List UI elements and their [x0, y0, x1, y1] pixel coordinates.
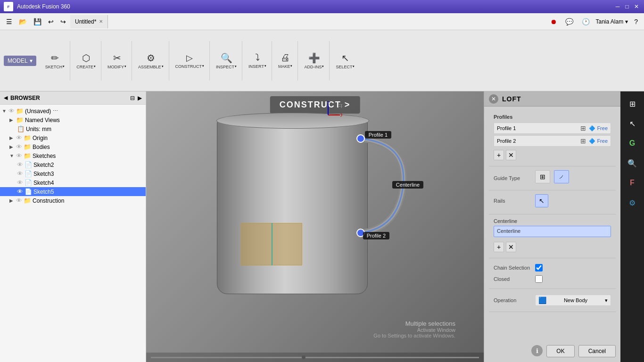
chat-button[interactable]: 💬: [563, 16, 576, 27]
tree-construction[interactable]: ▶ 👁 📁 Construction: [0, 196, 146, 205]
make-button[interactable]: 🖨 MAKE ▾: [276, 51, 295, 70]
chrome-g-icon[interactable]: G: [624, 135, 641, 152]
construct-button[interactable]: ▷ CONSTRUCT ▾: [173, 51, 207, 70]
sketch2-icon: 📄: [25, 161, 32, 168]
tree-sketches[interactable]: ▼ 👁 📁 Sketches: [0, 151, 146, 160]
sidebar: ◀ BROWSER ⊟ ▶ ▼ 👁 📁 (Unsaved) ⋯ ▶ 📁 Name…: [0, 91, 146, 362]
profile2-row[interactable]: Profile 2 ⊞ 🔷 Free: [494, 135, 611, 147]
mug-center-line: [272, 223, 272, 265]
maximize-button[interactable]: □: [623, 3, 631, 10]
ok-button[interactable]: OK: [546, 345, 574, 357]
minimize-button[interactable]: ─: [614, 3, 621, 10]
browser-options-icon[interactable]: ▶: [138, 95, 142, 101]
root-visibility-icon[interactable]: 👁: [8, 107, 15, 115]
save-button[interactable]: 💾: [31, 16, 44, 27]
origin-visibility-icon[interactable]: 👁: [16, 134, 22, 141]
tree-sketch5[interactable]: 👁 📄 Sketch5: [0, 187, 146, 196]
centerline-add-button[interactable]: +: [494, 242, 504, 252]
sketch3-visibility-icon[interactable]: 👁: [17, 170, 23, 177]
insert-button[interactable]: ⤵ INSERT ▾: [246, 51, 269, 70]
guide-type-btn2[interactable]: ⟋: [554, 170, 569, 183]
info-button[interactable]: ℹ: [531, 345, 543, 356]
browser-collapse-icon[interactable]: ⊟: [130, 95, 135, 101]
browser-expand-icon[interactable]: ◀: [4, 95, 8, 101]
user-info[interactable]: Tania Alam ▾: [596, 18, 628, 25]
centerline-label: Centerline: [494, 218, 611, 224]
browser-header-label: BROWSER: [10, 95, 40, 101]
chrome-search-icon[interactable]: 🔍: [624, 155, 641, 172]
undo-button[interactable]: ↩: [46, 16, 56, 27]
profile2-select-icon[interactable]: ⊞: [580, 137, 586, 145]
tree-named-views[interactable]: ▶ 📁 Named Views: [0, 115, 146, 124]
profiles-label: Profiles: [494, 114, 611, 120]
profile1-row[interactable]: Profile 1 ⊞ 🔷 Free: [494, 123, 611, 134]
right-chrome: ⊞ ↖ G 🔍 F ⚙: [620, 91, 644, 362]
help-button[interactable]: ?: [632, 16, 640, 27]
construction-visibility-icon[interactable]: 👁: [16, 197, 22, 204]
tree-units[interactable]: 📋 Units: mm: [0, 124, 146, 133]
toolbar-area: MODEL ▾ ✏ SKETCH ▾ ⬡ CREATE ▾: [0, 30, 644, 91]
loft-header: ✕ LOFT: [484, 91, 620, 107]
document-tab[interactable]: Untitled* ✕: [70, 15, 108, 28]
tree-sketch2[interactable]: 👁 📄 Sketch2: [0, 160, 146, 169]
closed-checkbox[interactable]: [535, 275, 543, 283]
close-button[interactable]: ✕: [633, 3, 640, 10]
profiles-add-remove: + ✕: [494, 148, 611, 162]
bodies-visibility-icon[interactable]: 👁: [16, 143, 22, 150]
profile2-free: 🔷 Free: [589, 138, 608, 144]
profiles-remove-button[interactable]: ✕: [506, 150, 516, 160]
axis-indicator: FRONT X Z: [314, 101, 342, 131]
operation-select[interactable]: 🟦 New Body ▾: [535, 295, 611, 306]
model-dropdown[interactable]: MODEL ▾: [4, 56, 36, 66]
named-views-folder-icon: 📁: [16, 116, 24, 123]
toolbar-section-create: ⬡ CREATE ▾: [71, 41, 101, 81]
file-menu-button[interactable]: 📂: [17, 16, 29, 27]
modify-button[interactable]: ✂ MODIFY ▾: [105, 51, 129, 71]
guide-type-btn1[interactable]: ⊞: [535, 170, 550, 183]
sketch5-icon: 📄: [25, 188, 32, 195]
redo-button[interactable]: ↪: [58, 16, 68, 27]
guide-type-section: Guide Type ⊞ ⟋: [489, 166, 616, 190]
create-button[interactable]: ⬡ CREATE ▾: [74, 51, 98, 71]
profile1-free: 🔷 Free: [589, 125, 608, 132]
sketch-button[interactable]: ✏ SKETCH ▾: [43, 51, 67, 71]
inspect-button[interactable]: 🔍 INSPECT ▾: [214, 51, 239, 71]
sketch5-visibility-icon[interactable]: 👁: [17, 188, 23, 195]
sketches-folder-icon: 📁: [24, 152, 31, 159]
profile1-select-icon[interactable]: ⊞: [580, 124, 586, 132]
sketch3-icon: 📄: [25, 170, 32, 177]
viewport[interactable]: CONSTRUCT > Pr: [146, 91, 484, 362]
tree-root[interactable]: ▼ 👁 📁 (Unsaved) ⋯: [0, 107, 146, 115]
profiles-add-button[interactable]: +: [494, 150, 504, 160]
sketch4-visibility-icon[interactable]: 👁: [17, 179, 23, 186]
sketch2-label: Sketch2: [33, 162, 54, 168]
rails-select-button[interactable]: ↖: [535, 194, 548, 207]
tree-origin[interactable]: ▶ 👁 📁 Origin: [0, 133, 146, 142]
loft-close-button[interactable]: ✕: [489, 94, 498, 104]
tree-bodies[interactable]: ▶ 👁 📁 Bodies: [0, 142, 146, 151]
tree-sketch3[interactable]: 👁 📄 Sketch3: [0, 169, 146, 178]
sketches-visibility-icon[interactable]: 👁: [16, 152, 22, 159]
chrome-f-icon[interactable]: F: [624, 174, 641, 191]
app-menu-button[interactable]: ☰: [4, 16, 15, 27]
sketch2-visibility-icon[interactable]: 👁: [17, 161, 23, 168]
tab-close-icon[interactable]: ✕: [99, 19, 103, 24]
centerline-remove-button[interactable]: ✕: [506, 242, 516, 252]
chrome-grid-icon[interactable]: ⊞: [624, 95, 641, 112]
chrome-cursor-icon[interactable]: ↖: [624, 115, 641, 132]
chain-selection-checkbox[interactable]: [535, 264, 543, 272]
inspect-label: INSPECT: [216, 65, 234, 69]
loft-panel: ✕ LOFT Profiles Profile 1 ⊞ 🔷 Free Profi…: [484, 91, 620, 362]
cancel-button[interactable]: Cancel: [578, 345, 616, 357]
construct-arrow: ▾: [202, 64, 204, 68]
select-button[interactable]: ↖ SELECT ▾: [333, 51, 357, 71]
main-layout: ◀ BROWSER ⊟ ▶ ▼ 👁 📁 (Unsaved) ⋯ ▶ 📁 Name…: [0, 91, 644, 362]
tree-sketch4[interactable]: 👁 📄 Sketch4: [0, 178, 146, 187]
record-button[interactable]: ⏺: [548, 16, 559, 27]
chrome-settings2-icon[interactable]: ⚙: [624, 194, 641, 211]
profile1-tag: Profile 1: [365, 131, 391, 139]
history-button[interactable]: 🕐: [579, 16, 592, 27]
addins-button[interactable]: ➕ ADD-INS ▾: [302, 51, 326, 71]
assemble-button[interactable]: ⚙ ASSEMBLE ▾: [136, 51, 166, 71]
root-options-icon[interactable]: ⋯: [53, 108, 58, 114]
